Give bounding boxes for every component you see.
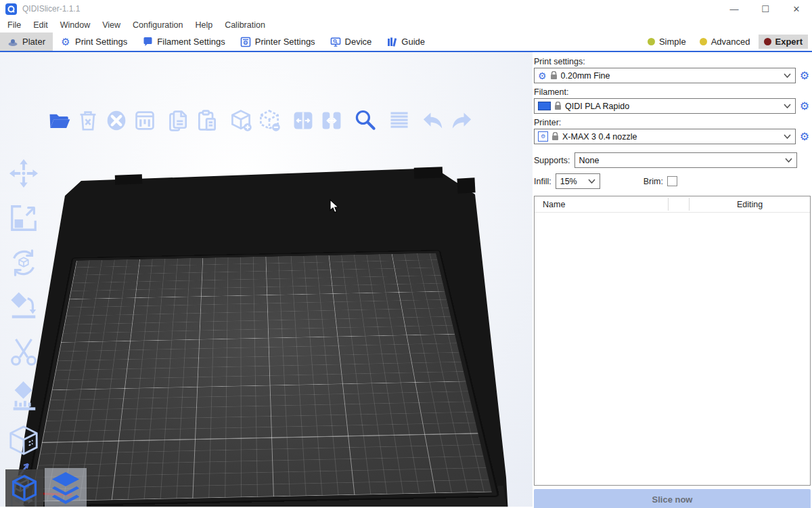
- lock-icon: [550, 71, 558, 80]
- mode-advanced[interactable]: Advanced: [694, 35, 756, 49]
- filament-combo[interactable]: QIDI PLA Rapido: [534, 98, 796, 114]
- seam-paint-tool-button[interactable]: [7, 423, 41, 460]
- add-instance-button[interactable]: [229, 108, 253, 133]
- 3d-editor-view-button[interactable]: [5, 469, 43, 507]
- menu-calibration[interactable]: Calibration: [219, 18, 271, 33]
- guide-icon: [386, 37, 397, 47]
- supports-combo[interactable]: None: [574, 152, 797, 168]
- copy-button[interactable]: [166, 108, 191, 133]
- paste-button[interactable]: [195, 108, 219, 133]
- 3d-viewport[interactable]: [0, 52, 533, 507]
- device-icon: [330, 37, 341, 47]
- tab-plater[interactable]: Plater: [0, 33, 53, 51]
- filament-value: QIDI PLA Rapido: [565, 102, 780, 111]
- printer-mini-icon: ⚙: [538, 131, 548, 142]
- tab-device[interactable]: Device: [323, 33, 380, 51]
- object-list-header: Name Editing: [535, 196, 810, 213]
- menu-window[interactable]: Window: [54, 18, 96, 33]
- menu-edit[interactable]: Edit: [27, 18, 54, 33]
- chevron-down-icon: [784, 134, 791, 139]
- column-header-name: Name: [535, 200, 668, 209]
- printer-icon: [240, 37, 251, 47]
- maximize-button[interactable]: ☐: [750, 0, 781, 18]
- printer-combo[interactable]: ⚙ X-MAX 3 0.4 nozzle: [534, 129, 796, 144]
- column-header-editing: Editing: [690, 200, 810, 209]
- split-to-parts-button[interactable]: [319, 108, 344, 133]
- advanced-mode-dot-icon: [700, 38, 707, 45]
- redo-button[interactable]: [449, 108, 474, 133]
- tab-filament-settings[interactable]: Filament Settings: [135, 33, 232, 51]
- app-logo-icon: [5, 3, 17, 15]
- printer-label: Printer:: [534, 118, 811, 127]
- menu-file[interactable]: File: [1, 18, 27, 33]
- rotate-tool-button[interactable]: [7, 245, 41, 281]
- move-tool-button[interactable]: [7, 155, 41, 192]
- menu-configuration[interactable]: Configuration: [127, 18, 189, 33]
- filament-color-swatch: [538, 102, 551, 110]
- minimize-button[interactable]: —: [719, 0, 750, 18]
- search-button[interactable]: [353, 108, 378, 133]
- slice-now-button[interactable]: Slice now: [534, 489, 811, 508]
- infill-label: Infill:: [534, 177, 551, 186]
- cut-tool-button[interactable]: [7, 334, 41, 371]
- expert-mode-dot-icon: [764, 38, 771, 45]
- chevron-down-icon: [785, 158, 792, 163]
- printer-gear-button[interactable]: ⚙: [798, 130, 811, 143]
- mode-simple[interactable]: Simple: [642, 35, 692, 49]
- plater-toolbar: [47, 108, 474, 133]
- window-title: QIDISlicer-1.1.1: [22, 4, 80, 14]
- printer-value: X-MAX 3 0.4 nozzle: [562, 132, 780, 142]
- undo-button[interactable]: [421, 108, 445, 133]
- brim-checkbox[interactable]: [667, 176, 677, 186]
- delete-all-button[interactable]: [104, 108, 129, 133]
- scale-tool-button[interactable]: [7, 200, 41, 236]
- supports-label: Supports:: [534, 156, 570, 165]
- infill-combo[interactable]: 15%: [556, 173, 600, 189]
- split-to-objects-button[interactable]: [291, 108, 315, 133]
- tab-guide[interactable]: Guide: [379, 33, 432, 51]
- qidislicer-window: { "window": { "title": "QIDISlicer-1.1.1…: [0, 0, 812, 508]
- supports-value: None: [579, 156, 780, 165]
- brim-label: Brim:: [644, 177, 663, 186]
- plater-icon: [7, 37, 18, 47]
- variable-layer-height-button[interactable]: [387, 108, 411, 133]
- column-header-spacer: [668, 198, 690, 211]
- chevron-down-icon: [784, 73, 791, 78]
- main-area: Print settings: ⚙ 0.20mm Fine ⚙ Filament…: [0, 52, 812, 507]
- print-settings-value: 0.20mm Fine: [561, 71, 780, 81]
- close-button[interactable]: ✕: [781, 0, 812, 18]
- title-bar: QIDISlicer-1.1.1 — ☐ ✕: [0, 0, 812, 18]
- print-settings-combo[interactable]: ⚙ 0.20mm Fine: [534, 68, 796, 83]
- open-button[interactable]: [47, 108, 72, 133]
- tab-print-settings[interactable]: ⚙ Print Settings: [53, 33, 135, 51]
- tab-bar: Plater ⚙ Print Settings Filament Setting…: [0, 33, 812, 52]
- place-on-face-tool-button[interactable]: [7, 289, 41, 326]
- chevron-down-icon: [784, 104, 791, 108]
- simple-mode-dot-icon: [648, 38, 655, 45]
- remove-instance-button[interactable]: [257, 108, 281, 133]
- filament-label: Filament:: [534, 87, 811, 97]
- preview-view-button[interactable]: [45, 468, 87, 507]
- mode-selector: Simple Advanced Expert: [642, 33, 812, 51]
- gear-icon: ⚙: [538, 71, 547, 81]
- menu-view[interactable]: View: [96, 18, 127, 33]
- delete-button[interactable]: [76, 108, 100, 133]
- menu-help[interactable]: Help: [189, 18, 219, 33]
- menu-bar: File Edit Window View Configuration Help…: [0, 18, 812, 33]
- right-panel: Print settings: ⚙ 0.20mm Fine ⚙ Filament…: [533, 52, 812, 507]
- print-settings-gear-button[interactable]: ⚙: [798, 69, 811, 82]
- lock-icon: [554, 102, 562, 110]
- filament-icon: [142, 37, 153, 47]
- infill-value: 15%: [560, 177, 583, 186]
- print-settings-label: Print settings:: [534, 57, 811, 66]
- arrange-button[interactable]: [133, 108, 157, 133]
- object-list[interactable]: Name Editing: [534, 196, 811, 486]
- support-paint-tool-button[interactable]: [7, 379, 41, 415]
- mode-expert[interactable]: Expert: [759, 35, 808, 49]
- lock-icon: [551, 132, 559, 141]
- tab-printer-settings[interactable]: Printer Settings: [233, 33, 323, 51]
- print-bed[interactable]: [25, 251, 497, 505]
- chevron-down-icon: [588, 179, 595, 184]
- gear-icon: ⚙: [60, 37, 71, 47]
- filament-gear-button[interactable]: ⚙: [798, 100, 811, 112]
